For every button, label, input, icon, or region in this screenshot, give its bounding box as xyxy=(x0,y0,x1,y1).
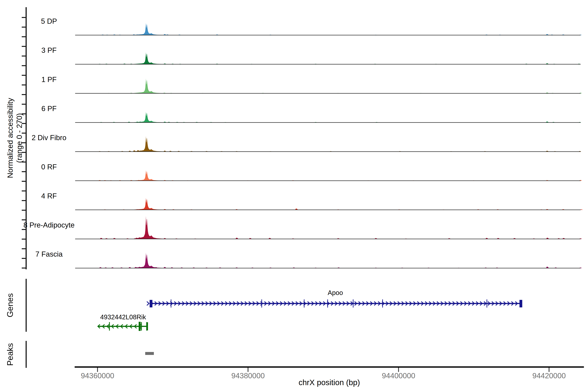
track-label-8preadipocyte: 8 Pre-Adipocyte xyxy=(23,221,74,229)
track-label-5dp: 5 DP xyxy=(41,17,57,25)
x-tick-94400000: 94400000 xyxy=(382,371,415,380)
signal-peak-8 xyxy=(134,252,165,268)
exon-block xyxy=(520,300,522,308)
peak-annotations xyxy=(145,352,154,355)
gene-models xyxy=(98,300,522,331)
signal-peak-1 xyxy=(134,52,165,64)
signal-peak-7 xyxy=(134,216,165,239)
track-label-0rf: 0 RF xyxy=(41,163,57,171)
signal-peak-4 xyxy=(134,136,165,152)
gene-label-apoo: Apoo xyxy=(328,289,343,296)
signal-peak-0 xyxy=(134,23,165,35)
track-label-6pf: 6 PF xyxy=(42,104,57,113)
peaks-section-label: Peaks xyxy=(6,343,15,366)
exon-block xyxy=(150,300,152,308)
track-label-7fascia: 7 Fascia xyxy=(36,250,62,258)
exon-block xyxy=(139,322,141,331)
signal-peak-2 xyxy=(134,78,165,94)
y-axis-label-line1: Normalized accessibility xyxy=(6,98,15,178)
track-label-3pf: 3 PF xyxy=(42,46,57,54)
track-label-4rf: 4 RF xyxy=(41,192,57,200)
signal-tracks xyxy=(75,23,583,268)
accessibility-axis xyxy=(22,7,26,368)
tracks-canvas xyxy=(0,0,588,392)
signal-peak-3 xyxy=(134,112,165,122)
genome-browser-figure: Normalized accessibility (range 0 - 270)… xyxy=(0,0,588,392)
strand-arrow-right xyxy=(147,302,149,306)
position-axis xyxy=(75,367,584,372)
track-label-2divfibro: 2 Div Fibro xyxy=(32,134,66,142)
x-axis-title: chrX position (bp) xyxy=(298,378,360,387)
genes-section-label: Genes xyxy=(6,293,15,317)
y-axis-label-line2: (range 0 - 270) xyxy=(15,98,24,178)
track-label-1pf: 1 PF xyxy=(42,76,57,84)
x-tick-94420000: 94420000 xyxy=(532,371,566,380)
peak-rect xyxy=(145,352,154,355)
signal-peak-5 xyxy=(134,170,165,181)
signal-peak-6 xyxy=(134,198,165,210)
x-tick-94360000: 94360000 xyxy=(81,371,114,380)
y-axis-label: Normalized accessibility (range 0 - 270) xyxy=(6,98,24,178)
gene-label-4932442l08rik: 4932442L08Rik xyxy=(100,314,146,321)
x-tick-94380000: 94380000 xyxy=(231,371,265,380)
